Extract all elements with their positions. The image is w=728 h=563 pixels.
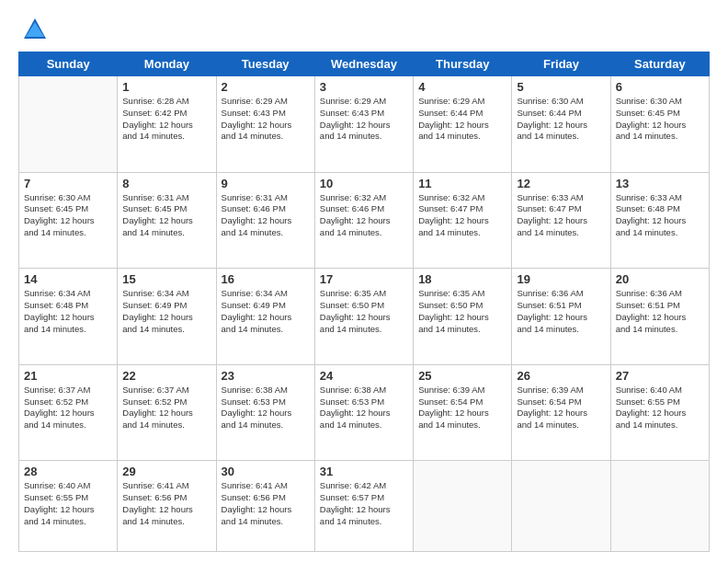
calendar-cell: 5Sunrise: 6:30 AM Sunset: 6:44 PM Daylig…	[512, 76, 610, 173]
day-number: 21	[24, 369, 112, 383]
calendar-cell	[610, 461, 709, 552]
calendar-cell: 3Sunrise: 6:29 AM Sunset: 6:43 PM Daylig…	[314, 76, 413, 173]
calendar-cell: 9Sunrise: 6:31 AM Sunset: 6:46 PM Daylig…	[216, 172, 314, 269]
calendar-week-2: 7Sunrise: 6:30 AM Sunset: 6:45 PM Daylig…	[19, 172, 710, 269]
weekday-header-wednesday: Wednesday	[314, 52, 413, 76]
day-info: Sunrise: 6:34 AM Sunset: 6:48 PM Dayligh…	[24, 288, 112, 335]
day-number: 26	[517, 369, 605, 383]
weekday-header-thursday: Thursday	[414, 52, 512, 76]
calendar-cell: 20Sunrise: 6:36 AM Sunset: 6:51 PM Dayli…	[610, 269, 709, 365]
weekday-header-sunday: Sunday	[19, 52, 118, 76]
calendar-cell	[414, 461, 512, 552]
svg-marker-1	[26, 22, 44, 37]
calendar-cell: 2Sunrise: 6:29 AM Sunset: 6:43 PM Daylig…	[216, 76, 314, 173]
calendar-cell: 29Sunrise: 6:41 AM Sunset: 6:56 PM Dayli…	[118, 461, 216, 552]
day-number: 18	[418, 272, 506, 286]
day-number: 23	[222, 369, 310, 383]
day-info: Sunrise: 6:35 AM Sunset: 6:50 PM Dayligh…	[418, 288, 506, 335]
day-info: Sunrise: 6:41 AM Sunset: 6:56 PM Dayligh…	[222, 480, 310, 527]
logo	[18, 17, 48, 42]
calendar-cell: 23Sunrise: 6:38 AM Sunset: 6:53 PM Dayli…	[216, 364, 314, 461]
day-info: Sunrise: 6:29 AM Sunset: 6:43 PM Dayligh…	[222, 96, 310, 143]
calendar-week-3: 14Sunrise: 6:34 AM Sunset: 6:48 PM Dayli…	[19, 269, 710, 365]
calendar-cell: 11Sunrise: 6:32 AM Sunset: 6:47 PM Dayli…	[414, 172, 512, 269]
day-info: Sunrise: 6:34 AM Sunset: 6:49 PM Dayligh…	[222, 288, 310, 335]
calendar-cell: 26Sunrise: 6:39 AM Sunset: 6:54 PM Dayli…	[512, 364, 610, 461]
weekday-header-friday: Friday	[512, 52, 610, 76]
day-number: 29	[122, 465, 210, 478]
day-info: Sunrise: 6:28 AM Sunset: 6:42 PM Dayligh…	[122, 96, 210, 143]
calendar-cell: 8Sunrise: 6:31 AM Sunset: 6:45 PM Daylig…	[118, 172, 216, 269]
day-info: Sunrise: 6:31 AM Sunset: 6:45 PM Dayligh…	[122, 192, 210, 239]
calendar-cell: 30Sunrise: 6:41 AM Sunset: 6:56 PM Dayli…	[216, 461, 314, 552]
calendar-cell: 10Sunrise: 6:32 AM Sunset: 6:46 PM Dayli…	[314, 172, 413, 269]
weekday-header-saturday: Saturday	[610, 52, 709, 76]
day-number: 25	[418, 369, 506, 383]
day-number: 19	[517, 272, 605, 286]
day-info: Sunrise: 6:35 AM Sunset: 6:50 PM Dayligh…	[320, 288, 408, 335]
calendar-cell: 12Sunrise: 6:33 AM Sunset: 6:47 PM Dayli…	[512, 172, 610, 269]
day-number: 2	[222, 80, 310, 94]
day-info: Sunrise: 6:29 AM Sunset: 6:44 PM Dayligh…	[418, 96, 506, 143]
calendar-cell: 13Sunrise: 6:33 AM Sunset: 6:48 PM Dayli…	[610, 172, 709, 269]
calendar-cell: 6Sunrise: 6:30 AM Sunset: 6:45 PM Daylig…	[610, 76, 709, 173]
day-number: 11	[418, 177, 506, 190]
day-number: 28	[24, 465, 112, 478]
day-info: Sunrise: 6:36 AM Sunset: 6:51 PM Dayligh…	[517, 288, 605, 335]
calendar-cell: 28Sunrise: 6:40 AM Sunset: 6:55 PM Dayli…	[19, 461, 118, 552]
day-number: 7	[24, 177, 112, 190]
calendar-cell: 21Sunrise: 6:37 AM Sunset: 6:52 PM Dayli…	[19, 364, 118, 461]
day-info: Sunrise: 6:39 AM Sunset: 6:54 PM Dayligh…	[418, 385, 506, 431]
day-number: 17	[320, 272, 408, 286]
day-number: 9	[222, 177, 310, 190]
calendar-cell: 14Sunrise: 6:34 AM Sunset: 6:48 PM Dayli…	[19, 269, 118, 365]
calendar-cell: 24Sunrise: 6:38 AM Sunset: 6:53 PM Dayli…	[314, 364, 413, 461]
day-number: 4	[418, 80, 506, 94]
day-info: Sunrise: 6:40 AM Sunset: 6:55 PM Dayligh…	[24, 480, 112, 527]
calendar-week-5: 28Sunrise: 6:40 AM Sunset: 6:55 PM Dayli…	[19, 461, 710, 552]
calendar-cell: 18Sunrise: 6:35 AM Sunset: 6:50 PM Dayli…	[414, 269, 512, 365]
day-info: Sunrise: 6:42 AM Sunset: 6:57 PM Dayligh…	[320, 480, 408, 527]
day-number: 30	[222, 465, 310, 478]
calendar-cell: 4Sunrise: 6:29 AM Sunset: 6:44 PM Daylig…	[414, 76, 512, 173]
weekday-header-row: SundayMondayTuesdayWednesdayThursdayFrid…	[19, 52, 710, 76]
day-number: 6	[616, 80, 704, 94]
day-number: 10	[320, 177, 408, 190]
day-number: 14	[24, 272, 112, 286]
day-info: Sunrise: 6:30 AM Sunset: 6:45 PM Dayligh…	[616, 96, 704, 143]
calendar-cell: 25Sunrise: 6:39 AM Sunset: 6:54 PM Dayli…	[414, 364, 512, 461]
day-number: 22	[122, 369, 210, 383]
day-info: Sunrise: 6:33 AM Sunset: 6:47 PM Dayligh…	[517, 192, 605, 239]
day-info: Sunrise: 6:33 AM Sunset: 6:48 PM Dayligh…	[616, 192, 704, 239]
logo-icon	[22, 17, 48, 42]
day-number: 8	[122, 177, 210, 190]
day-number: 20	[616, 272, 704, 286]
weekday-header-tuesday: Tuesday	[216, 52, 314, 76]
day-number: 16	[222, 272, 310, 286]
calendar-cell	[512, 461, 610, 552]
day-number: 13	[616, 177, 704, 190]
calendar-cell: 17Sunrise: 6:35 AM Sunset: 6:50 PM Dayli…	[314, 269, 413, 365]
page: SundayMondayTuesdayWednesdayThursdayFrid…	[0, 0, 728, 563]
calendar-cell: 19Sunrise: 6:36 AM Sunset: 6:51 PM Dayli…	[512, 269, 610, 365]
calendar-cell	[19, 76, 118, 173]
day-number: 15	[122, 272, 210, 286]
calendar-cell: 31Sunrise: 6:42 AM Sunset: 6:57 PM Dayli…	[314, 461, 413, 552]
day-number: 1	[122, 80, 210, 94]
day-info: Sunrise: 6:36 AM Sunset: 6:51 PM Dayligh…	[616, 288, 704, 335]
day-info: Sunrise: 6:37 AM Sunset: 6:52 PM Dayligh…	[122, 385, 210, 431]
calendar-cell: 15Sunrise: 6:34 AM Sunset: 6:49 PM Dayli…	[118, 269, 216, 365]
day-number: 27	[616, 369, 704, 383]
day-info: Sunrise: 6:29 AM Sunset: 6:43 PM Dayligh…	[320, 96, 408, 143]
calendar-cell: 7Sunrise: 6:30 AM Sunset: 6:45 PM Daylig…	[19, 172, 118, 269]
weekday-header-monday: Monday	[118, 52, 216, 76]
day-info: Sunrise: 6:34 AM Sunset: 6:49 PM Dayligh…	[122, 288, 210, 335]
day-number: 24	[320, 369, 408, 383]
calendar-table: SundayMondayTuesdayWednesdayThursdayFrid…	[18, 52, 710, 552]
calendar-cell: 22Sunrise: 6:37 AM Sunset: 6:52 PM Dayli…	[118, 364, 216, 461]
day-info: Sunrise: 6:41 AM Sunset: 6:56 PM Dayligh…	[122, 480, 210, 527]
day-number: 3	[320, 80, 408, 94]
day-number: 5	[517, 80, 605, 94]
day-info: Sunrise: 6:37 AM Sunset: 6:52 PM Dayligh…	[24, 385, 112, 431]
day-info: Sunrise: 6:31 AM Sunset: 6:46 PM Dayligh…	[222, 192, 310, 239]
